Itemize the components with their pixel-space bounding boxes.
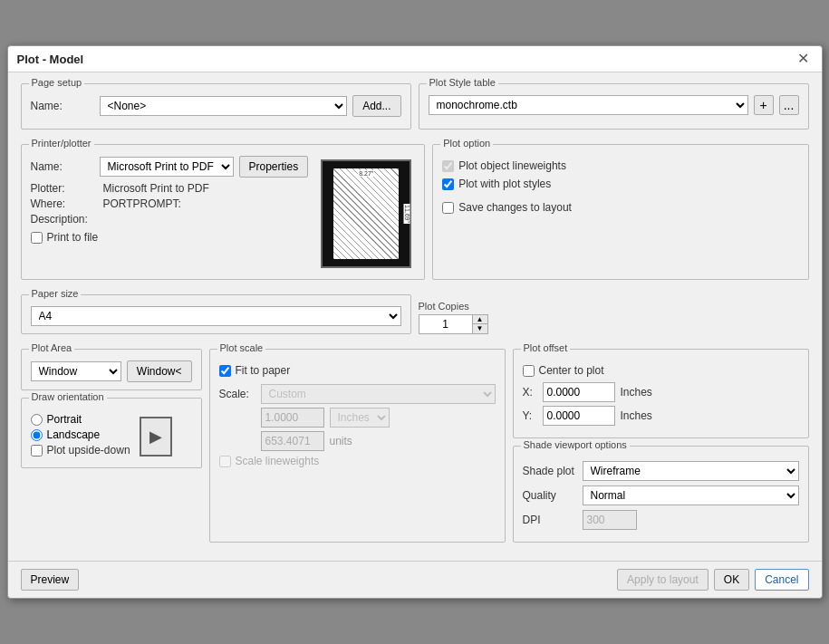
preview-paper: 8.27" 11.69": [333, 168, 399, 259]
quality-label: Quality: [523, 489, 577, 502]
cancel-button[interactable]: Cancel: [755, 569, 808, 591]
close-button[interactable]: ✕: [794, 52, 813, 66]
x-unit: Inches: [621, 386, 652, 399]
plot-area-group: Plot Area Window Window<: [21, 349, 202, 390]
properties-button[interactable]: Properties: [239, 156, 309, 178]
plot-style-table-label: Plot Style table: [427, 77, 498, 88]
print-to-file-label: Print to file: [47, 231, 99, 244]
shade-plot-label: Shade plot: [523, 465, 577, 477]
plot-scale-label: Plot scale: [217, 342, 266, 353]
window-button[interactable]: Window<: [127, 360, 192, 382]
scale-value1-input[interactable]: [261, 408, 324, 428]
scale-select[interactable]: Custom: [261, 384, 496, 404]
x-label: X:: [523, 386, 537, 399]
plot-offset-label: Plot offset: [521, 342, 571, 353]
y-label: Y:: [523, 409, 537, 422]
page-setup-group: Page setup Name: <None> Add...: [21, 83, 411, 130]
paper-size-select[interactable]: A4: [31, 306, 401, 326]
printer-info: Name: Microsoft Print to PDF Properties …: [31, 156, 309, 272]
paper-size-group: Paper size A4: [21, 294, 411, 334]
printer-plotter-group: Printer/plotter Name: Microsoft Print to…: [21, 144, 426, 280]
save-changes-label: Save changes to layout: [458, 201, 572, 214]
plotter-value: Microsoft Print to PDF: [103, 182, 209, 195]
plot-style-table-select[interactable]: monochrome.ctb: [429, 95, 748, 115]
page-setup-add-button[interactable]: Add...: [352, 95, 400, 117]
draw-orientation-group: Draw orientation Portrait Landscape: [21, 398, 202, 468]
y-offset-input[interactable]: [543, 406, 615, 426]
dialog-title: Plot - Model: [17, 53, 84, 66]
printer-plotter-label: Printer/plotter: [29, 138, 94, 149]
plot-scale-group: Plot scale Fit to paper Scale: Custom: [209, 349, 506, 543]
shade-viewport-group: Shade viewport options Shade plot Wirefr…: [513, 446, 809, 543]
preview-button[interactable]: Preview: [21, 569, 80, 591]
page-setup-label: Page setup: [29, 77, 85, 88]
apply-to-layout-button[interactable]: Apply to layout: [617, 569, 709, 591]
plot-styles-checkbox[interactable]: [442, 178, 454, 190]
quality-select[interactable]: Normal: [583, 485, 799, 505]
where-label: Where:: [31, 197, 103, 210]
landscape-label: Landscape: [47, 428, 101, 441]
bottom-bar: Preview Apply to layout OK Cancel: [8, 561, 822, 598]
y-unit: Inches: [621, 409, 652, 422]
center-to-plot-label: Center to plot: [539, 364, 604, 377]
plot-style-add-button[interactable]: +: [754, 95, 774, 115]
shade-viewport-label: Shade viewport options: [521, 439, 630, 450]
page-setup-name-label: Name:: [31, 100, 94, 112]
dpi-input[interactable]: [583, 510, 637, 530]
orientation-icon-wrapper: ▶: [140, 413, 172, 460]
scale-unit1-select[interactable]: Inches: [330, 408, 390, 428]
orientation-icon: ▶: [140, 417, 172, 457]
bottom-right-buttons: Apply to layout OK Cancel: [617, 569, 808, 591]
plot-copies-container: Plot Copies ▲ ▼: [419, 301, 488, 334]
plot-offset-group: Plot offset Center to plot X: Inches Y: [513, 349, 809, 438]
upside-down-label: Plot upside-down: [47, 444, 130, 457]
plot-lineweights-checkbox[interactable]: [442, 160, 454, 172]
description-label: Description:: [31, 213, 103, 226]
portrait-label: Portrait: [47, 413, 82, 426]
shade-plot-select[interactable]: Wireframe: [583, 461, 799, 481]
printer-name-label: Name:: [31, 160, 94, 173]
orientation-options: Portrait Landscape Plot upside-down: [31, 413, 130, 460]
right-column: Plot offset Center to plot X: Inches Y: [513, 349, 809, 550]
where-value: PORTPROMPT:: [103, 197, 181, 210]
scale-lineweights-label: Scale lineweights: [236, 455, 320, 467]
plot-copies-input[interactable]: [419, 314, 473, 334]
paper-preview-wrapper: 8.27" 11.69": [317, 156, 415, 272]
paper-size-label: Paper size: [29, 288, 82, 299]
plot-style-table-group: Plot Style table monochrome.ctb + ...: [419, 83, 809, 130]
dpi-label: DPI: [523, 514, 577, 526]
plot-styles-label: Plot with plot styles: [458, 178, 551, 190]
draw-orientation-label: Draw orientation: [29, 391, 107, 402]
scale-value2-input[interactable]: [261, 431, 324, 451]
plot-lineweights-label: Plot object lineweights: [458, 159, 566, 172]
plot-options-label: Plot option: [440, 138, 493, 149]
preview-width: 8.27": [358, 170, 374, 177]
upside-down-checkbox[interactable]: [31, 445, 43, 457]
scale-unit2: units: [330, 435, 352, 447]
plot-area-select[interactable]: Window: [31, 361, 121, 381]
plot-area-label: Plot Area: [29, 342, 75, 353]
preview-height: 11.69": [404, 204, 410, 224]
copies-increment-button[interactable]: ▲: [473, 315, 487, 324]
plot-copies-spinbox: ▲ ▼: [419, 314, 488, 334]
landscape-radio[interactable]: [31, 429, 43, 441]
plot-dialog: Plot - Model ✕ Page setup Name: <None> A…: [7, 45, 823, 599]
plot-options-group: Plot option Plot object lineweights Plot…: [432, 144, 808, 280]
center-to-plot-checkbox[interactable]: [523, 365, 535, 377]
save-changes-checkbox[interactable]: [442, 202, 454, 214]
printer-name-select[interactable]: Microsoft Print to PDF: [100, 157, 234, 177]
x-offset-input[interactable]: [543, 382, 615, 402]
scale-lineweights-checkbox[interactable]: [219, 456, 231, 467]
copies-decrement-button[interactable]: ▼: [473, 324, 487, 333]
portrait-radio[interactable]: [31, 414, 43, 426]
page-setup-name-select[interactable]: <None>: [100, 96, 348, 116]
ok-button[interactable]: OK: [714, 569, 749, 591]
fit-to-paper-checkbox[interactable]: [219, 365, 231, 377]
plot-copies-label: Plot Copies: [419, 301, 488, 312]
print-to-file-checkbox[interactable]: [31, 232, 43, 244]
plot-style-options-button[interactable]: ...: [779, 95, 799, 115]
dialog-body: Page setup Name: <None> Add... Plot Styl…: [8, 72, 822, 561]
plotter-label: Plotter:: [31, 182, 103, 195]
title-bar: Plot - Model ✕: [8, 46, 822, 72]
spinbox-buttons: ▲ ▼: [473, 314, 488, 334]
